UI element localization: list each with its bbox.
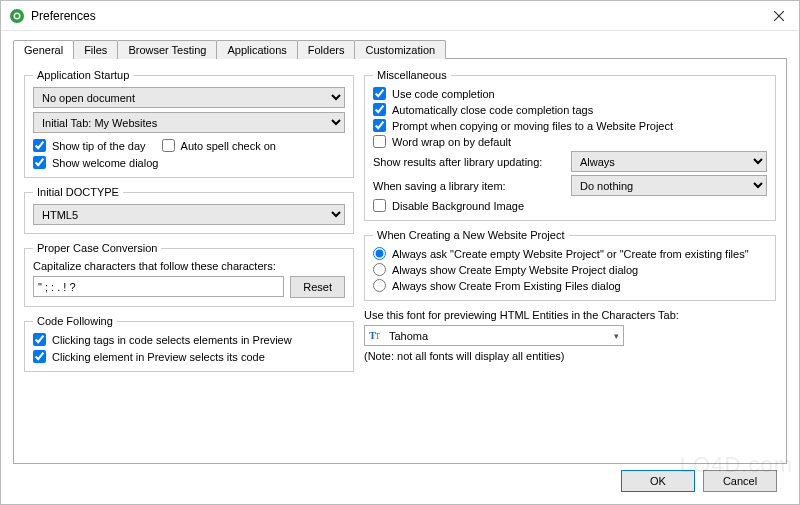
checkbox-prompt-copy-move-input[interactable] <box>373 119 386 132</box>
legend-codefollow: Code Following <box>33 315 117 327</box>
legend-propercase: Proper Case Conversion <box>33 242 161 254</box>
label-click-element: Clicking element in Preview selects its … <box>52 351 265 363</box>
group-proper-case: Proper Case Conversion Capitalize charac… <box>24 242 354 307</box>
label-disable-bg: Disable Background Image <box>392 200 524 212</box>
titlebar: Preferences <box>1 1 799 31</box>
svg-point-2 <box>15 14 19 18</box>
group-miscellaneous: Miscellaneous Use code completion Automa… <box>364 69 776 221</box>
checkbox-show-tip-input[interactable] <box>33 139 46 152</box>
checkbox-click-element-input[interactable] <box>33 350 46 363</box>
group-initial-doctype: Initial DOCTYPE HTML5 <box>24 186 354 234</box>
preferences-window: Preferences General Files Browser Testin… <box>0 0 800 505</box>
radio-show-empty[interactable]: Always show Create Empty Website Project… <box>373 263 767 276</box>
tab-page-general: Application Startup No open document Ini… <box>13 58 787 464</box>
ok-button[interactable]: OK <box>621 470 695 492</box>
checkbox-click-tags[interactable]: Clicking tags in code selects elements i… <box>33 333 345 346</box>
legend-doctype: Initial DOCTYPE <box>33 186 123 198</box>
checkbox-prompt-copy-move[interactable]: Prompt when copying or moving files to a… <box>373 119 767 132</box>
reset-button[interactable]: Reset <box>290 276 345 298</box>
checkbox-auto-close-tags-input[interactable] <box>373 103 386 116</box>
checkbox-show-welcome-input[interactable] <box>33 156 46 169</box>
label-auto-spell: Auto spell check on <box>181 140 276 152</box>
radio-show-existing-input[interactable] <box>373 279 386 292</box>
window-title: Preferences <box>31 9 759 23</box>
saving-library-combo[interactable]: Do nothing <box>571 175 767 196</box>
legend-newproj: When Creating a New Website Project <box>373 229 569 241</box>
font-value: Tahoma <box>389 330 428 342</box>
tab-browser-testing[interactable]: Browser Testing <box>117 40 217 59</box>
legend-startup: Application Startup <box>33 69 133 81</box>
tab-customization[interactable]: Customization <box>354 40 446 59</box>
font-icon: TT <box>369 328 383 344</box>
checkbox-disable-bg-input[interactable] <box>373 199 386 212</box>
label-show-empty: Always show Create Empty Website Project… <box>392 264 638 276</box>
tab-applications[interactable]: Applications <box>216 40 297 59</box>
show-results-combo[interactable]: Always <box>571 151 767 172</box>
propercase-label: Capitalize characters that follow these … <box>33 260 345 272</box>
checkbox-disable-bg[interactable]: Disable Background Image <box>373 199 767 212</box>
radio-show-existing[interactable]: Always show Create From Existing Files d… <box>373 279 767 292</box>
group-new-website-project: When Creating a New Website Project Alwa… <box>364 229 776 301</box>
label-use-code-completion: Use code completion <box>392 88 495 100</box>
svg-text:T: T <box>375 332 380 341</box>
close-button[interactable] <box>759 1 799 31</box>
checkbox-click-element[interactable]: Clicking element in Preview selects its … <box>33 350 345 363</box>
font-combo[interactable]: TT Tahoma ▾ <box>364 325 624 346</box>
radio-show-empty-input[interactable] <box>373 263 386 276</box>
app-icon <box>9 8 25 24</box>
startup-initial-tab-combo[interactable]: Initial Tab: My Websites <box>33 112 345 133</box>
checkbox-auto-spell[interactable]: Auto spell check on <box>162 139 276 152</box>
tabstrip: General Files Browser Testing Applicatio… <box>13 39 787 58</box>
font-label: Use this font for previewing HTML Entiti… <box>364 309 776 321</box>
doctype-combo[interactable]: HTML5 <box>33 204 345 225</box>
close-icon <box>774 11 784 21</box>
tab-folders[interactable]: Folders <box>297 40 356 59</box>
checkbox-show-tip[interactable]: Show tip of the day <box>33 139 146 152</box>
group-code-following: Code Following Clicking tags in code sel… <box>24 315 354 372</box>
label-show-tip: Show tip of the day <box>52 140 146 152</box>
checkbox-auto-close-tags[interactable]: Automatically close code completion tags <box>373 103 767 116</box>
chevron-down-icon: ▾ <box>614 331 619 341</box>
label-word-wrap: Word wrap on by default <box>392 136 511 148</box>
label-always-ask: Always ask "Create empty Website Project… <box>392 248 749 260</box>
cancel-button[interactable]: Cancel <box>703 470 777 492</box>
label-show-results: Show results after library updating: <box>373 156 563 168</box>
label-click-tags: Clicking tags in code selects elements i… <box>52 334 292 346</box>
startup-document-combo[interactable]: No open document <box>33 87 345 108</box>
label-auto-close-tags: Automatically close code completion tags <box>392 104 593 116</box>
checkbox-use-code-completion[interactable]: Use code completion <box>373 87 767 100</box>
label-prompt-copy-move: Prompt when copying or moving files to a… <box>392 120 673 132</box>
checkbox-auto-spell-input[interactable] <box>162 139 175 152</box>
label-show-welcome: Show welcome dialog <box>52 157 158 169</box>
dialog-footer: OK Cancel <box>13 464 787 498</box>
tab-general[interactable]: General <box>13 40 74 59</box>
radio-always-ask[interactable]: Always ask "Create empty Website Project… <box>373 247 767 260</box>
propercase-input[interactable] <box>33 276 284 297</box>
label-saving-library: When saving a library item: <box>373 180 563 192</box>
checkbox-word-wrap-input[interactable] <box>373 135 386 148</box>
tab-files[interactable]: Files <box>73 40 118 59</box>
group-application-startup: Application Startup No open document Ini… <box>24 69 354 178</box>
font-note: (Note: not all fonts will display all en… <box>364 350 776 362</box>
font-preview-section: Use this font for previewing HTML Entiti… <box>364 309 776 362</box>
radio-always-ask-input[interactable] <box>373 247 386 260</box>
checkbox-show-welcome[interactable]: Show welcome dialog <box>33 156 345 169</box>
checkbox-word-wrap[interactable]: Word wrap on by default <box>373 135 767 148</box>
checkbox-use-code-completion-input[interactable] <box>373 87 386 100</box>
checkbox-click-tags-input[interactable] <box>33 333 46 346</box>
legend-misc: Miscellaneous <box>373 69 451 81</box>
label-show-existing: Always show Create From Existing Files d… <box>392 280 621 292</box>
